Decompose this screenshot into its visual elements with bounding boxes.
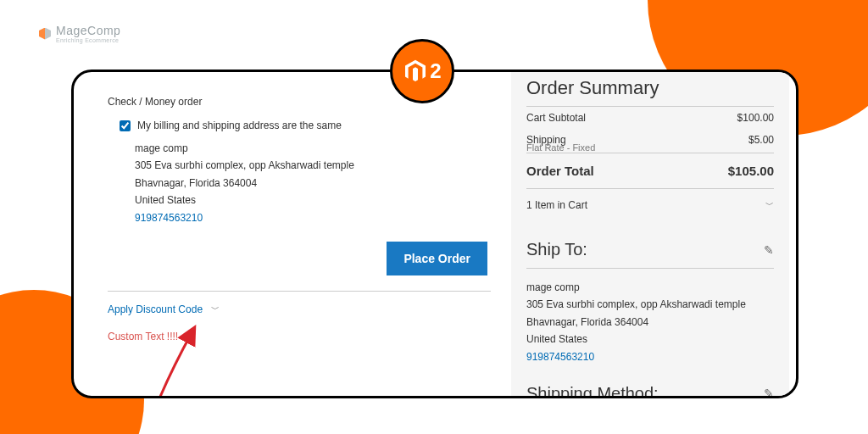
total-label: Order Total [526, 164, 594, 178]
order-summary-title: Order Summary [526, 72, 774, 107]
subtotal-label: Cart Subtotal [526, 112, 586, 124]
addr-street: 305 Eva surbhi complex, opp Aksharwadi t… [135, 157, 491, 174]
brand-tagline: Enriching Ecommerce [56, 37, 120, 43]
order-total-row: Order Total $105.00 [526, 153, 774, 188]
shipping-value: $5.00 [748, 134, 774, 146]
same-address-checkbox[interactable] [120, 120, 131, 131]
divider [108, 291, 491, 292]
payment-section: Check / Money order My billing and shipp… [108, 96, 491, 386]
edit-ship-to-icon[interactable]: ✎ [764, 243, 774, 257]
addr-country: United States [135, 192, 491, 209]
discount-label: Apply Discount Code [108, 303, 203, 315]
brand-logo-icon [39, 28, 51, 40]
ship-city-region: Bhavnagar, Florida 364004 [526, 314, 774, 331]
brand-logo: MageComp Enriching Ecommerce [39, 24, 120, 43]
badge-version: 2 [430, 59, 441, 83]
magento-icon [403, 58, 428, 84]
ship-to-address: mage comp 305 Eva surbhi complex, opp Ak… [526, 279, 774, 365]
ship-name: mage comp [526, 279, 774, 296]
cart-items-label: 1 Item in Cart [526, 199, 587, 211]
checkout-window: Check / Money order My billing and shipp… [71, 70, 798, 398]
shipping-method-title: Shipping Method: [526, 384, 659, 398]
ship-to-header: Ship To: ✎ [526, 228, 774, 269]
ship-street: 305 Eva surbhi complex, opp Aksharwadi t… [526, 296, 774, 313]
ship-to-title: Ship To: [526, 240, 587, 259]
custom-text-block: Custom Text !!!! [108, 331, 491, 342]
edit-shipping-method-icon[interactable]: ✎ [764, 387, 774, 398]
total-value: $105.00 [728, 164, 774, 178]
chevron-down-icon: ﹀ [765, 199, 774, 211]
order-summary-panel: Order Summary Cart Subtotal $100.00 Ship… [511, 72, 789, 398]
magento2-badge: 2 [390, 39, 454, 103]
billing-address: mage comp 305 Eva surbhi complex, opp Ak… [135, 140, 491, 226]
subtotal-row: Cart Subtotal $100.00 [526, 107, 774, 129]
shipping-sublabel: Flat Rate - Fixed [526, 142, 774, 153]
shipping-method-header: Shipping Method: ✎ [526, 372, 774, 398]
same-address-checkbox-row[interactable]: My billing and shipping address are the … [120, 120, 491, 131]
chevron-down-icon: ﹀ [211, 303, 220, 315]
apply-discount-toggle[interactable]: Apply Discount Code ﹀ [108, 303, 491, 315]
addr-phone-link[interactable]: 919874563210 [135, 209, 491, 226]
ship-country: United States [526, 331, 774, 348]
cart-items-toggle[interactable]: 1 Item in Cart ﹀ [526, 188, 774, 221]
brand-name: MageComp [56, 24, 120, 37]
addr-city-region: Bhavnagar, Florida 364004 [135, 175, 491, 192]
same-address-label: My billing and shipping address are the … [137, 120, 342, 131]
subtotal-value: $100.00 [737, 112, 774, 124]
place-order-button[interactable]: Place Order [387, 242, 487, 275]
addr-name: mage comp [135, 140, 491, 157]
ship-phone-link[interactable]: 919874563210 [526, 348, 774, 365]
